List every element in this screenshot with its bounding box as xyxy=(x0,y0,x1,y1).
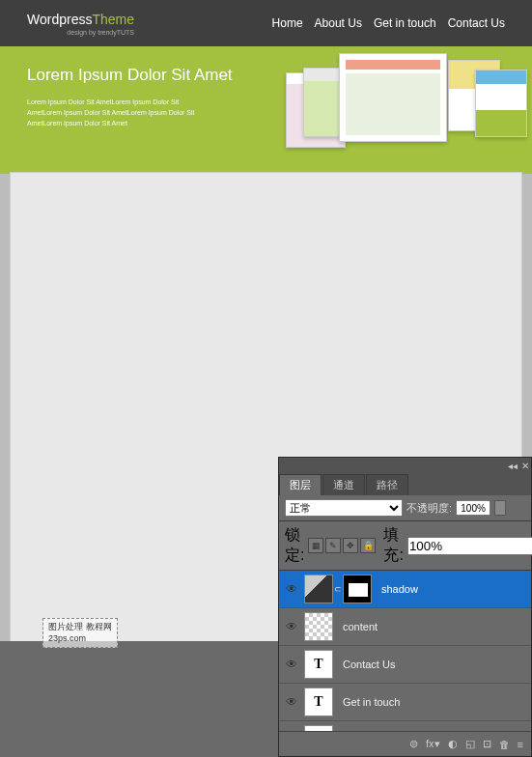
collapse-icon[interactable]: ◂◂ xyxy=(508,461,518,471)
opacity-label: 不透明度: xyxy=(406,501,452,516)
layer-thumb[interactable] xyxy=(304,612,333,641)
layer-row[interactable]: 👁 T Get in touch xyxy=(279,684,531,721)
lock-transparency-icon[interactable]: ▦ xyxy=(308,538,323,553)
panel-header: ◂◂ ✕ xyxy=(279,458,531,474)
blend-toolbar: 正常 不透明度: xyxy=(279,495,531,521)
mask-icon[interactable]: ◐ xyxy=(448,738,458,750)
logo-text-a: Wordpress xyxy=(27,12,92,27)
visibility-icon[interactable]: 👁 xyxy=(283,618,300,635)
close-icon[interactable]: ✕ xyxy=(521,461,529,471)
tab-paths[interactable]: 路径 xyxy=(366,474,408,495)
fx-icon[interactable]: fx▾ xyxy=(426,738,440,750)
lock-all-icon[interactable]: 🔒 xyxy=(360,538,376,553)
watermark-l2: 23ps.com xyxy=(48,633,112,645)
layers-list[interactable]: 👁 ⊂ shadow 👁 content 👁 T Contact Us 👁 xyxy=(279,571,531,752)
opacity-arrow-icon[interactable] xyxy=(494,500,506,516)
layer-mask[interactable] xyxy=(343,575,372,603)
mockup-5 xyxy=(475,70,527,137)
visibility-icon[interactable]: 👁 xyxy=(283,580,300,598)
delete-icon[interactable]: 🗑 xyxy=(499,739,510,750)
nav-home[interactable]: Home xyxy=(272,16,303,30)
layers-panel[interactable]: ◂◂ ✕ 图层 通道 路径 正常 不透明度: 锁定: ▦ ✎ ✥ 🔒 填充: xyxy=(278,457,532,757)
lock-label: 锁定: xyxy=(285,525,304,566)
watermark: 图片处理 教程网 23ps.com xyxy=(42,618,118,648)
lock-toolbar: 锁定: ▦ ✎ ✥ 🔒 填充: xyxy=(279,521,531,571)
panel-tabs: 图层 通道 路径 xyxy=(279,474,531,495)
fill-input[interactable] xyxy=(407,537,532,555)
link-layers-icon[interactable]: ⊜ xyxy=(409,738,418,750)
lock-position-icon[interactable]: ✥ xyxy=(343,538,358,553)
top-bar: WordpressTheme design by trendyTUTS Home… xyxy=(0,0,532,46)
text-layer-icon[interactable]: T xyxy=(304,687,333,716)
menu-icon[interactable]: ≡ xyxy=(518,739,523,750)
link-icon[interactable]: ⊂ xyxy=(334,584,342,594)
layer-row[interactable]: 👁 content xyxy=(279,608,531,646)
layer-name[interactable]: Get in touch xyxy=(337,696,527,708)
adjustment-icon[interactable]: ◱ xyxy=(465,738,475,750)
visibility-icon[interactable]: 👁 xyxy=(283,693,300,711)
tab-layers[interactable]: 图层 xyxy=(279,474,322,495)
nav-about[interactable]: About Us xyxy=(315,16,362,30)
layer-thumb[interactable] xyxy=(304,575,333,603)
lock-icons: ▦ ✎ ✥ 🔒 xyxy=(308,538,376,553)
mockup-3 xyxy=(339,53,447,142)
nav-touch[interactable]: Get in touch xyxy=(374,16,436,30)
logo-text-b: Theme xyxy=(92,12,134,27)
opacity-input[interactable] xyxy=(456,500,490,516)
new-layer-icon[interactable]: ⊡ xyxy=(483,738,491,750)
fill-label: 填充: xyxy=(383,525,403,566)
layer-name[interactable]: Contact Us xyxy=(337,659,527,670)
lock-image-icon[interactable]: ✎ xyxy=(325,538,341,553)
mockup-stack xyxy=(286,48,532,154)
tab-channels[interactable]: 通道 xyxy=(322,474,365,495)
panel-footer: ⊜ fx▾ ◐ ◱ ⊡ 🗑 ≡ xyxy=(279,731,531,756)
hero: Lorem Ipsum Dolor Sit Amet Lorem Ipsum D… xyxy=(0,46,532,174)
main-nav: Home About Us Get in touch Contact Us xyxy=(272,16,505,30)
layer-name[interactable]: shadow xyxy=(376,583,527,595)
layer-name[interactable]: content xyxy=(337,621,527,632)
text-layer-icon[interactable]: T xyxy=(304,650,333,679)
visibility-icon[interactable]: 👁 xyxy=(283,656,300,673)
layer-row[interactable]: 👁 T Contact Us xyxy=(279,646,531,684)
layer-row[interactable]: 👁 ⊂ shadow xyxy=(279,571,531,608)
watermark-l1: 图片处理 教程网 xyxy=(48,622,112,633)
blend-mode-select[interactable]: 正常 xyxy=(285,499,403,517)
logo: WordpressTheme design by trendyTUTS xyxy=(27,12,134,36)
logo-tagline: design by trendyTUTS xyxy=(27,29,134,36)
nav-contact[interactable]: Contact Us xyxy=(448,16,505,30)
